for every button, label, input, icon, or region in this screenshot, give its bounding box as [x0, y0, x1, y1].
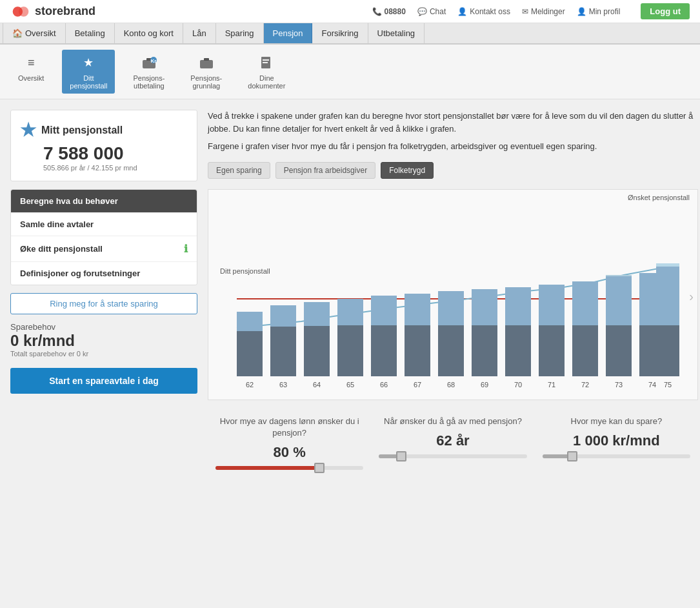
right-panel: Ved å trekke i spakene under grafen kan …: [208, 110, 698, 478]
nav-item-betaling[interactable]: Betaling: [66, 23, 115, 43]
bar-75-dark[interactable]: [656, 325, 679, 376]
sliders-section: Hvor mye av dagens lønn ønsker du i pens…: [208, 410, 698, 478]
pension-title: ★ Mitt pensjonstall: [20, 119, 188, 141]
login-button[interactable]: Logg ut: [641, 3, 690, 19]
pension-star-icon: ★: [20, 119, 36, 141]
start-button[interactable]: Start en spareavtale i dag: [10, 368, 197, 394]
star-icon: ★: [78, 54, 99, 72]
desc1: Ved å trekke i spakene under grafen kan …: [208, 110, 698, 135]
subnav-pensjons-utbetaling[interactable]: Kr Pensjons-utbetaling: [125, 50, 172, 94]
nav-item-oversikt[interactable]: 🏠 Oversikt: [3, 23, 66, 43]
slider-thumb-1[interactable]: [314, 463, 325, 473]
slider-fill-1: [215, 466, 319, 470]
nav-item-lan[interactable]: Lån: [183, 23, 216, 43]
slider-track-2[interactable]: [379, 454, 526, 458]
bar-68-light[interactable]: [438, 291, 464, 325]
phone-link[interactable]: 📞 08880: [372, 7, 406, 16]
slider-group-1: Hvor mye av dagens lønn ønsker du i pens…: [208, 410, 371, 478]
bar-62-dark[interactable]: [237, 331, 263, 376]
action-beregne[interactable]: Beregne hva du behøver: [11, 190, 197, 213]
contact-label: Kontakt oss: [470, 7, 510, 16]
slider-thumb-2[interactable]: [396, 451, 406, 461]
legend-folketrygd[interactable]: Folketrygd: [381, 162, 434, 179]
main-nav: 🏠 Oversikt Betaling Konto og kort Lån Sp…: [0, 23, 700, 45]
desc2: Fargene i grafen viser hvor mye du får i…: [208, 140, 698, 153]
phone-icon: 📞: [372, 7, 382, 16]
bar-69-light[interactable]: [472, 289, 497, 325]
bar-70-light[interactable]: [505, 287, 531, 325]
slider-track-1[interactable]: [215, 466, 363, 470]
savings-value: 0 kr/mnd: [10, 332, 197, 350]
bar-72-dark[interactable]: [572, 325, 598, 376]
chart-svg: 62 63 64 65 66 67 68 69 70 71 72 73 74 7…: [217, 199, 688, 392]
nav-item-utbetaling[interactable]: Utbetaling: [368, 23, 425, 43]
nav-item-konto[interactable]: Konto og kort: [115, 23, 183, 43]
bar-64-light[interactable]: [304, 302, 330, 326]
contact-link[interactable]: 👤 Kontakt oss: [457, 7, 510, 16]
svg-text:75: 75: [664, 381, 672, 389]
briefcase-icon: Kr: [139, 54, 159, 72]
list-icon: ≡: [21, 54, 41, 72]
legend-eigen-sparing[interactable]: Egen sparing: [208, 162, 270, 179]
info-icon: ℹ: [184, 243, 188, 255]
subnav-pensjons-grunnlag[interactable]: Pensjons-grunnlag: [183, 50, 230, 94]
bar-72-light[interactable]: [572, 281, 598, 325]
subnav-oversikt[interactable]: ≡ Oversikt: [10, 50, 52, 94]
action-definisjoner[interactable]: Definisjoner og forutsetninger: [11, 262, 197, 285]
bar-71-light[interactable]: [539, 285, 565, 325]
chat-link[interactable]: 💬 Chat: [417, 7, 446, 16]
svg-rect-6: [200, 60, 213, 68]
messages-label: Meldinger: [531, 7, 565, 16]
suitcase-icon: [196, 54, 217, 72]
slider-thumb-3[interactable]: [567, 451, 577, 461]
bar-66-light[interactable]: [371, 296, 397, 325]
bar-63-dark[interactable]: [270, 327, 296, 376]
svg-text:71: 71: [548, 381, 555, 389]
bar-69-dark[interactable]: [472, 325, 497, 376]
slider-value-3: 1 000 kr/mnd: [543, 432, 690, 449]
action-samle[interactable]: Samle dine avtaler: [11, 213, 197, 236]
savings-label: Sparebehov: [10, 322, 197, 332]
bar-73-light[interactable]: [606, 276, 632, 325]
pension-number-card: ★ Mitt pensjonstall 7 588 000 505.866 pr…: [10, 110, 197, 181]
profile-link[interactable]: 👤 Min profil: [577, 7, 621, 16]
bar-67-dark[interactable]: [405, 325, 430, 376]
svg-rect-10: [263, 62, 268, 63]
bar-70-dark[interactable]: [505, 325, 531, 376]
slider-track-3[interactable]: [543, 454, 690, 458]
nav-item-pensjon[interactable]: Pensjon: [264, 23, 313, 43]
nav-item-sparing[interactable]: Sparing: [216, 23, 264, 43]
svg-point-1: [19, 6, 28, 16]
bar-67-light[interactable]: [405, 294, 430, 325]
bar-71-dark[interactable]: [539, 325, 565, 376]
slider-group-3: Hvor mye kan du spare? 1 000 kr/mnd: [535, 410, 698, 478]
subnav-dine-dokumenter[interactable]: Dinedokumenter: [240, 50, 293, 94]
savings-sub: Totalt sparebehov er 0 kr: [10, 350, 197, 358]
bar-65-dark[interactable]: [337, 325, 363, 376]
legend-pensjon-arbeidsgiver[interactable]: Pensjon fra arbeidsgiver: [275, 162, 375, 179]
bar-62-light[interactable]: [237, 312, 263, 331]
bar-75-light[interactable]: [656, 267, 679, 325]
action-oke[interactable]: Øke ditt pensjonstall ℹ: [11, 236, 197, 262]
left-panel: ★ Mitt pensjonstall 7 588 000 505.866 pr…: [10, 110, 197, 478]
ring-button[interactable]: Ring meg for å starte sparing: [10, 293, 197, 314]
svg-text:63: 63: [279, 381, 287, 389]
bar-66-dark[interactable]: [371, 325, 397, 376]
messages-link[interactable]: ✉ Meldinger: [522, 7, 565, 16]
bar-73-dark[interactable]: [606, 325, 632, 376]
bar-68-dark[interactable]: [438, 325, 464, 376]
bar-64-dark[interactable]: [304, 326, 330, 376]
chat-label: Chat: [430, 7, 446, 16]
top-nav-links: 📞 08880 💬 Chat 👤 Kontakt oss ✉ Meldinger…: [372, 3, 690, 19]
subnav-ditt-pensjonstall[interactable]: ★ Dittpensjonstall: [62, 50, 115, 94]
profile-icon: 👤: [577, 7, 586, 16]
action-list: Beregne hva du behøver Samle dine avtale…: [10, 189, 197, 285]
svg-text:64: 64: [313, 381, 321, 389]
next-arrow-icon[interactable]: ›: [689, 289, 694, 304]
bar-63-light[interactable]: [270, 305, 296, 327]
bar-73-top: [606, 275, 632, 276]
contact-icon: 👤: [457, 7, 467, 16]
svg-rect-7: [204, 58, 209, 61]
nav-item-forsikring[interactable]: Forsikring: [312, 23, 368, 43]
bar-65-light[interactable]: [337, 299, 363, 325]
